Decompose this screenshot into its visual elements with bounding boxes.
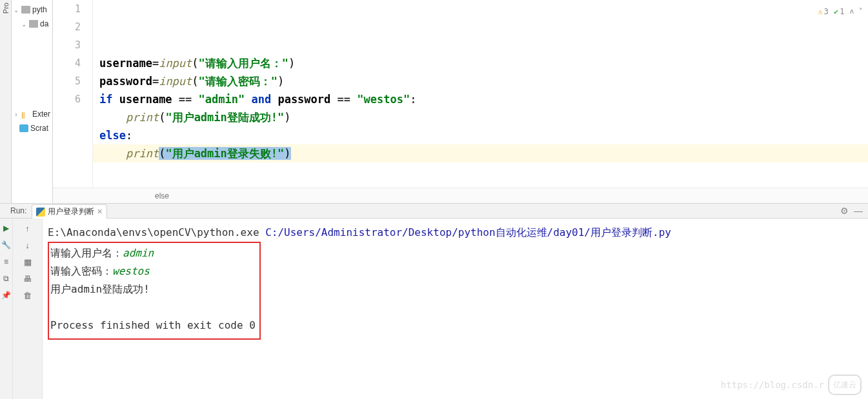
run-label: Run: <box>10 206 26 215</box>
editor-panel: 1 2 3 4 5 6 3 1 ʌ ˅ username=input("请输入用… <box>53 0 868 203</box>
line-number[interactable]: 3 <box>53 36 81 54</box>
console-line <box>50 298 256 316</box>
code-line[interactable]: else: <box>99 126 868 144</box>
minimize-icon[interactable]: — <box>854 206 863 216</box>
code-line[interactable]: password=input("请输入密码：") <box>99 72 868 90</box>
breadcrumb-text: else <box>155 191 169 200</box>
chevron-down-icon[interactable]: ˅ <box>859 3 863 21</box>
scratch-icon <box>19 124 28 132</box>
command-line: E:\Anaconda\envs\openCV\python.exe C:/Us… <box>48 224 863 242</box>
chevron-down-icon[interactable]: ⌄ <box>13 6 19 14</box>
console-line: 请输入用户名：admin <box>50 244 256 262</box>
python-icon <box>36 208 45 217</box>
rerun-icon[interactable]: ▶ <box>2 224 11 233</box>
run-side-icons: ↑ ↓ ▦ 🖶 🗑 <box>13 219 43 399</box>
folder-icon <box>21 6 30 14</box>
ok-badge[interactable]: 1 <box>834 3 844 21</box>
pin-icon[interactable]: 📌 <box>2 291 11 300</box>
close-icon[interactable]: ✕ <box>97 208 103 216</box>
chevron-down-icon[interactable]: ⌄ <box>21 21 27 28</box>
external-libraries[interactable]: › Exter <box>12 107 52 121</box>
project-tool-strip[interactable]: Pro <box>0 0 12 203</box>
line-gutter[interactable]: 1 2 3 4 5 6 <box>53 0 93 188</box>
line-number[interactable]: 5 <box>53 72 81 90</box>
console-line: Process finished with exit code 0 <box>50 316 256 335</box>
gear-icon[interactable]: ⚙ <box>840 206 849 216</box>
inspection-badges[interactable]: 3 1 ʌ ˅ <box>818 3 863 21</box>
line-number[interactable]: 6 <box>53 90 81 108</box>
wrench-icon[interactable]: 🔧 <box>2 240 11 249</box>
tree-label: pyth <box>32 5 47 14</box>
breadcrumb[interactable]: else <box>53 188 868 203</box>
tree-label: Exter <box>32 110 50 119</box>
up-icon[interactable]: ↑ <box>23 224 32 233</box>
run-console[interactable]: E:\Anaconda\envs\openCV\python.exe C:/Us… <box>43 219 868 399</box>
tree-label: da <box>40 19 48 28</box>
watermark-brand: 亿速云 <box>828 375 862 395</box>
watermark: https://blog.csdn.r 亿速云 <box>721 375 862 395</box>
console-line: 用户admin登陆成功! <box>50 280 256 298</box>
folder-icon <box>29 20 38 28</box>
project-tree[interactable]: ⌄ pyth ⌄ da › Exter Scrat <box>12 0 53 203</box>
run-tab[interactable]: 用户登录判断 ✕ <box>32 204 107 219</box>
warning-badge[interactable]: 3 <box>818 3 828 21</box>
line-number[interactable]: 4 <box>53 54 81 72</box>
console-output-box: 请输入用户名：admin请输入密码：westos用户admin登陆成功! Pro… <box>48 242 261 340</box>
line-number[interactable]: 2 <box>53 18 81 36</box>
code-line[interactable]: if username == "admin" and password == "… <box>99 90 868 108</box>
print-icon[interactable]: 🖶 <box>23 274 32 283</box>
scratches[interactable]: Scrat <box>12 121 52 135</box>
tree-folder[interactable]: ⌄ da <box>12 17 52 31</box>
code-editor[interactable]: 3 1 ʌ ˅ username=input("请输入用户名：")passwor… <box>93 0 868 188</box>
code-line[interactable]: username=input("请输入用户名：") <box>99 54 868 72</box>
tree-folder[interactable]: ⌄ pyth <box>12 3 52 17</box>
chevron-up-icon[interactable]: ʌ <box>849 3 854 21</box>
line-number[interactable]: 1 <box>53 0 81 18</box>
filter-icon[interactable]: ▦ <box>23 257 32 266</box>
stop-icon[interactable]: ≡ <box>2 257 11 266</box>
project-strip-label: Pro <box>2 3 10 14</box>
layout-icon[interactable]: ⧉ <box>2 274 11 283</box>
trash-icon[interactable]: 🗑 <box>23 291 32 300</box>
run-left-gutter: ▶ 🔧 ≡ ⧉ 📌 <box>0 219 13 399</box>
console-line: 请输入密码：westos <box>50 262 256 280</box>
down-icon[interactable]: ↓ <box>23 240 32 249</box>
watermark-url: https://blog.csdn.r <box>721 376 824 394</box>
tree-label: Scrat <box>30 124 48 133</box>
chevron-right-icon[interactable]: › <box>13 111 19 118</box>
library-icon <box>21 110 30 118</box>
run-toolwindow-header[interactable]: Run: 用户登录判断 ✕ ⚙ — <box>0 203 868 219</box>
code-line[interactable]: print("用户admin登陆成功!") <box>99 108 868 126</box>
code-line[interactable]: print("用户admin登录失败!") <box>93 144 868 162</box>
run-tab-title: 用户登录判断 <box>48 206 94 217</box>
